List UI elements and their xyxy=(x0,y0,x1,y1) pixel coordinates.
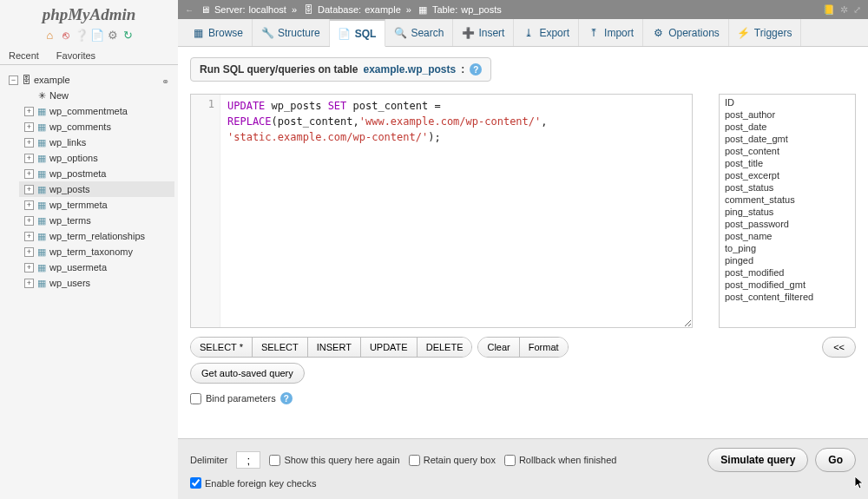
tree-db[interactable]: − 🗄 example xyxy=(3,72,174,88)
column-post_title[interactable]: post_title xyxy=(720,157,855,169)
collapse-columns-button[interactable]: << xyxy=(822,337,856,358)
column-comment_status[interactable]: comment_status xyxy=(720,194,855,206)
column-post_author[interactable]: post_author xyxy=(720,108,855,121)
tab-sql[interactable]: 📄SQL xyxy=(330,19,386,47)
column-pinged[interactable]: pinged xyxy=(720,254,855,266)
docs-icon[interactable]: 📄 xyxy=(90,28,104,42)
select--button[interactable]: SELECT * xyxy=(191,338,253,357)
new-icon: ✳ xyxy=(36,89,48,102)
tab-operations[interactable]: ⚙Operations xyxy=(643,19,729,46)
tab-structure[interactable]: 🔧Structure xyxy=(253,19,330,46)
tree-table-wp_term_relationships[interactable]: +▦wp_term_relationships xyxy=(19,228,174,244)
column-post_modified_gmt[interactable]: post_modified_gmt xyxy=(720,279,855,291)
column-post_status[interactable]: post_status xyxy=(720,181,855,194)
plus-icon[interactable]: + xyxy=(24,122,34,132)
foreign-key-checkbox[interactable] xyxy=(190,477,201,489)
show-again-checkbox[interactable] xyxy=(269,455,280,466)
format-button[interactable]: Format xyxy=(520,338,568,357)
tab-recent[interactable]: Recent xyxy=(0,47,48,64)
app-logo[interactable]: phpMyAdmin xyxy=(0,5,178,24)
tree-table-wp_comments[interactable]: +▦wp_comments xyxy=(19,119,174,135)
settings-icon[interactable]: ⚙ xyxy=(106,28,120,42)
simulate-button[interactable]: Simulate query xyxy=(707,448,808,472)
bind-params-checkbox[interactable] xyxy=(190,393,201,404)
column-post_date_gmt[interactable]: post_date_gmt xyxy=(720,133,855,145)
help-icon[interactable]: ? xyxy=(470,63,482,76)
retain-checkbox[interactable] xyxy=(409,455,420,466)
help-icon[interactable]: ? xyxy=(280,392,293,404)
column-to_ping[interactable]: to_ping xyxy=(720,242,855,254)
delimiter-input[interactable] xyxy=(236,451,260,469)
reload-icon[interactable]: ↻ xyxy=(122,28,135,42)
plus-icon[interactable]: + xyxy=(24,169,34,179)
plus-icon[interactable]: + xyxy=(24,216,34,226)
tree-table-wp_usermeta[interactable]: +▦wp_usermeta xyxy=(19,259,174,275)
help-icon[interactable]: ❔ xyxy=(75,28,89,42)
header-table-link[interactable]: example.wp_posts xyxy=(363,63,456,76)
tree-table-wp_postmeta[interactable]: +▦wp_postmeta xyxy=(19,166,174,181)
home-icon[interactable]: ⌂ xyxy=(43,28,57,42)
column-ID[interactable]: ID xyxy=(720,96,855,108)
table-icon: ▦ xyxy=(36,214,48,227)
exit-icon[interactable]: ⎋ xyxy=(59,28,73,42)
cursor-icon xyxy=(854,476,866,491)
tree-table-wp_commentmeta[interactable]: +▦wp_commentmeta xyxy=(19,103,174,119)
tab-import[interactable]: ⤒Import xyxy=(579,19,643,46)
minus-icon[interactable]: − xyxy=(9,76,18,85)
delete-button[interactable]: DELETE xyxy=(418,338,472,357)
tab-search[interactable]: 🔍Search xyxy=(385,19,453,46)
table-icon: ▦ xyxy=(36,136,48,148)
sql-code[interactable]: UPDATE wp_posts SET post_content = REPLA… xyxy=(220,95,555,327)
tab-export[interactable]: ⤓Export xyxy=(514,19,579,46)
bc-table[interactable]: ▦ Table: wp_posts xyxy=(417,3,502,16)
rollback-checkbox[interactable] xyxy=(504,455,516,466)
sql-editor[interactable]: 1 UPDATE wp_posts SET post_content = REP… xyxy=(190,94,693,328)
tree-table-wp_links[interactable]: +▦wp_links xyxy=(19,135,174,150)
columns-list[interactable]: IDpost_authorpost_datepost_date_gmtpost_… xyxy=(719,94,856,328)
plus-icon[interactable]: + xyxy=(24,200,34,210)
tab-favorites[interactable]: Favorites xyxy=(48,47,104,64)
star-icon[interactable]: 📒 xyxy=(823,4,835,16)
tab-label: Search xyxy=(411,27,444,39)
update-button[interactable]: UPDATE xyxy=(361,338,418,357)
tree-table-wp_users[interactable]: +▦wp_users xyxy=(19,275,174,291)
tab-browse[interactable]: ▦Browse xyxy=(183,19,253,46)
select-button[interactable]: SELECT xyxy=(253,338,308,357)
tab-insert[interactable]: ➕Insert xyxy=(453,19,514,46)
column-ping_status[interactable]: ping_status xyxy=(720,206,855,218)
gear-icon[interactable]: ✲ xyxy=(840,4,848,16)
plus-icon[interactable]: + xyxy=(24,107,34,116)
plus-icon[interactable]: + xyxy=(24,279,34,288)
plus-icon[interactable]: + xyxy=(24,232,34,241)
column-post_password[interactable]: post_password xyxy=(720,218,855,230)
column-post_content_filtered[interactable]: post_content_filtered xyxy=(720,291,855,303)
tree-table-wp_terms[interactable]: +▦wp_terms xyxy=(19,213,174,228)
column-post_date[interactable]: post_date xyxy=(720,121,855,133)
insert-button[interactable]: INSERT xyxy=(308,338,361,357)
bc-database[interactable]: 🗄 Database: example xyxy=(302,3,401,16)
plus-icon[interactable]: + xyxy=(24,185,34,194)
tree-table-wp_term_taxonomy[interactable]: +▦wp_term_taxonomy xyxy=(19,244,174,259)
tab-triggers[interactable]: ⚡Triggers xyxy=(729,19,802,46)
clear-button[interactable]: Clear xyxy=(478,338,519,357)
bc-server[interactable]: 🖥 Server: localhost xyxy=(199,3,286,16)
expand-icon[interactable]: ⤢ xyxy=(853,4,861,16)
link-icon[interactable]: ⚭ xyxy=(161,76,169,88)
plus-icon[interactable]: + xyxy=(24,138,34,148)
back-arrow-icon[interactable]: ← xyxy=(185,5,194,15)
tree-table-wp_posts[interactable]: +▦wp_posts xyxy=(19,181,174,197)
tree-table-wp_termmeta[interactable]: +▦wp_termmeta xyxy=(19,197,174,213)
autosave-button[interactable]: Get auto-saved query xyxy=(190,363,305,384)
plus-icon[interactable]: + xyxy=(24,247,34,257)
table-label: wp_options xyxy=(49,153,98,163)
go-button[interactable]: Go xyxy=(815,448,856,472)
column-post_name[interactable]: post_name xyxy=(720,230,855,242)
server-label: Server: xyxy=(214,4,245,15)
tree-table-wp_options[interactable]: +▦wp_options xyxy=(19,150,174,166)
column-post_excerpt[interactable]: post_excerpt xyxy=(720,169,855,181)
plus-icon[interactable]: + xyxy=(24,263,34,272)
tree-new[interactable]: ✳New xyxy=(19,88,174,103)
column-post_content[interactable]: post_content xyxy=(720,145,855,157)
column-post_modified[interactable]: post_modified xyxy=(720,266,855,279)
plus-icon[interactable]: + xyxy=(24,154,34,163)
